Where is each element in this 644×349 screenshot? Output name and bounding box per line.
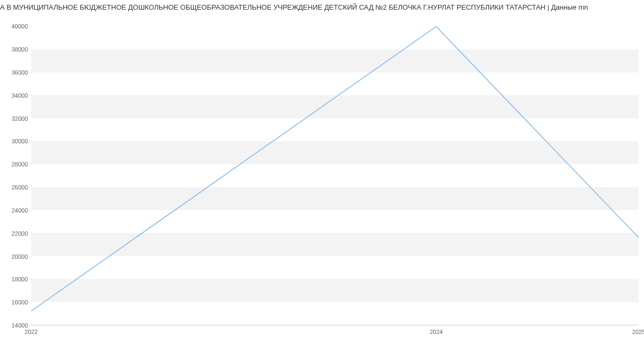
y-tick-label: 20000 [3, 253, 28, 260]
svg-rect-0 [31, 279, 639, 302]
svg-rect-3 [31, 141, 639, 164]
svg-rect-2 [31, 187, 639, 210]
chart-title: А В МУНИЦИПАЛЬНОЕ БЮДЖЕТНОЕ ДОШКОЛЬНОЕ О… [0, 3, 644, 11]
plot-area [31, 15, 639, 325]
y-tick-label: 36000 [3, 69, 28, 76]
y-tick-label: 38000 [3, 46, 28, 53]
x-tick-label: 2022 [25, 329, 38, 335]
line-series [31, 15, 639, 325]
svg-rect-1 [31, 233, 639, 256]
y-tick-label: 30000 [3, 138, 28, 144]
y-tick-label: 26000 [3, 184, 28, 191]
y-tick-label: 14000 [3, 322, 28, 329]
y-tick-label: 18000 [3, 276, 28, 282]
y-tick-label: 24000 [3, 207, 28, 214]
y-tick-label: 22000 [3, 230, 28, 237]
y-tick-label: 28000 [3, 161, 28, 168]
y-tick-label: 16000 [3, 299, 28, 306]
y-tick-label: 32000 [3, 115, 28, 122]
y-tick-label: 34000 [3, 92, 28, 99]
chart-container: А В МУНИЦИПАЛЬНОЕ БЮДЖЕТНОЕ ДОШКОЛЬНОЕ О… [0, 0, 644, 349]
svg-rect-4 [31, 96, 639, 119]
x-tick-label: 2025 [632, 329, 644, 335]
y-tick-label: 40000 [3, 23, 28, 30]
x-tick-label: 2024 [429, 329, 442, 335]
svg-rect-5 [31, 49, 639, 72]
